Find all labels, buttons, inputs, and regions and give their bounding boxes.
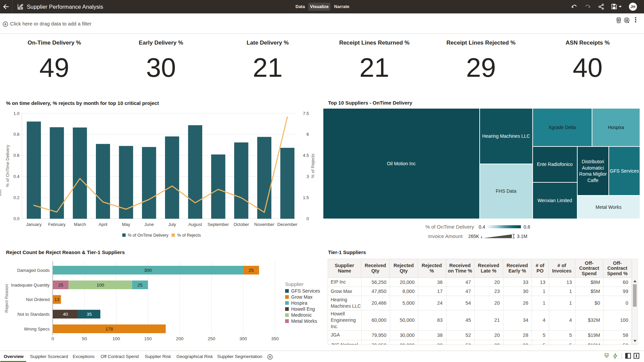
svg-text:300: 300 — [144, 268, 152, 273]
svg-text:September: September — [208, 222, 229, 227]
svg-text:50: 50 — [82, 336, 87, 341]
svg-text:150: 150 — [144, 336, 152, 341]
svg-text:40: 40 — [63, 312, 68, 317]
svg-text:25: 25 — [58, 283, 63, 288]
svg-text:13: 13 — [54, 297, 59, 302]
svg-text:4.5: 4.5 — [303, 153, 309, 158]
svg-text:25: 25 — [249, 268, 254, 273]
svg-text:0.6: 0.6 — [13, 153, 19, 158]
svg-text:% of Rejects: % of Rejects — [310, 154, 315, 178]
svg-text:0: 0 — [307, 216, 309, 221]
svg-text:0.4: 0.4 — [13, 174, 19, 179]
svg-text:April: April — [99, 222, 107, 227]
svg-text:Inadequate Quantity: Inadequate Quantity — [11, 283, 50, 288]
svg-text:May: May — [122, 222, 130, 227]
svg-text:June: June — [144, 222, 154, 227]
svg-text:250: 250 — [208, 336, 215, 341]
svg-text:350: 350 — [271, 336, 279, 341]
svg-text:Reject Count be Reject Reason: Reject Count be Reject Reason & Tier-1 S… — [6, 249, 125, 255]
svg-text:200: 200 — [176, 336, 184, 341]
svg-text:Hospira: Hospira — [291, 300, 307, 306]
svg-text:7.5: 7.5 — [303, 111, 309, 116]
svg-text:GFS Services: GFS Services — [291, 288, 320, 294]
svg-text:Not to Standards: Not to Standards — [17, 312, 50, 317]
svg-text:25: 25 — [138, 283, 143, 288]
svg-text:% of OnTime Delivery: % of OnTime Delivery — [5, 145, 10, 187]
svg-text:0.0: 0.0 — [13, 216, 19, 221]
svg-text:100: 100 — [112, 336, 120, 341]
svg-text:October: October — [233, 222, 249, 227]
svg-text:Medtronic: Medtronic — [291, 312, 312, 318]
svg-text:Reject Reason: Reject Reason — [4, 284, 9, 312]
svg-text:6: 6 — [307, 132, 309, 137]
svg-text:Grow Max: Grow Max — [291, 294, 313, 300]
svg-text:December: December — [277, 222, 298, 227]
svg-text:% on time delivery, % rejects: % on time delivery, % rejects by month f… — [6, 100, 159, 106]
svg-text:3: 3 — [307, 174, 309, 179]
svg-text:0.2: 0.2 — [13, 195, 19, 200]
svg-text:0: 0 — [51, 336, 54, 341]
svg-text:% of Rejects: % of Rejects — [177, 233, 201, 238]
svg-text:35: 35 — [87, 312, 92, 317]
svg-text:1.5: 1.5 — [303, 195, 309, 200]
svg-text:Wrong Specs: Wrong Specs — [24, 326, 50, 331]
svg-text:Supplier: Supplier — [285, 281, 304, 287]
svg-text:Not Ordered: Not Ordered — [26, 297, 50, 302]
svg-text:March: March — [74, 222, 86, 227]
svg-text:January: January — [26, 222, 42, 227]
svg-text:300: 300 — [239, 336, 247, 341]
svg-text:August: August — [189, 222, 202, 227]
svg-text:0.8: 0.8 — [13, 132, 19, 137]
svg-text:% of OnTime Delivery: % of OnTime Delivery — [128, 233, 169, 238]
svg-text:February: February — [48, 222, 66, 227]
svg-text:178: 178 — [105, 326, 113, 331]
svg-text:Damaged Goods: Damaged Goods — [17, 268, 50, 273]
svg-text:1.0: 1.0 — [13, 111, 19, 116]
svg-text:July: July — [168, 222, 176, 227]
svg-text:November: November — [254, 222, 275, 227]
svg-text:Metal Works: Metal Works — [291, 318, 317, 324]
svg-text:Howell Eng: Howell Eng — [291, 306, 315, 312]
svg-text:100: 100 — [97, 283, 104, 288]
